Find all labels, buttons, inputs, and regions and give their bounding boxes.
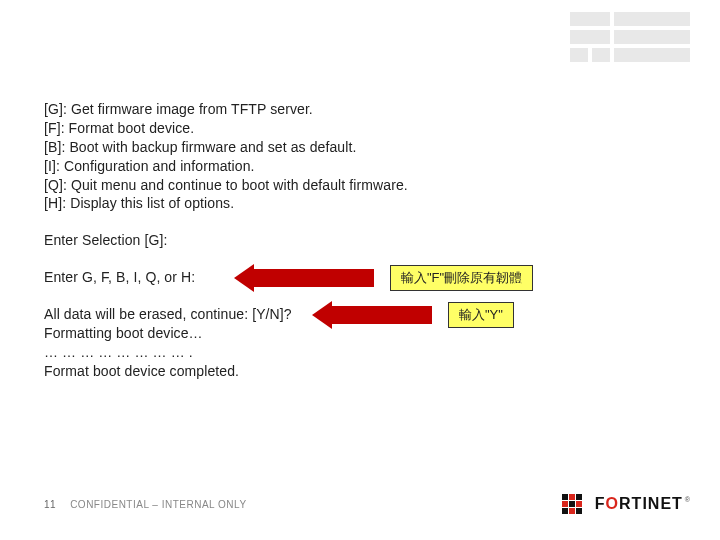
arrow-body <box>254 269 374 287</box>
content-area: [G]: Get firmware image from TFTP server… <box>44 100 676 381</box>
fortinet-logo: FORTINET ® <box>562 494 690 514</box>
callout-label: 輸入"Y" <box>448 302 514 328</box>
page-number: 11 <box>44 499 56 510</box>
menu-item-b: [B]: Boot with backup firmware and set a… <box>44 138 676 157</box>
completed-line: Format boot device completed. <box>44 362 676 381</box>
arrow-body <box>332 306 432 324</box>
prompt-block: Enter Selection [G]: <box>44 231 676 250</box>
callout-label: 輸入"F"刪除原有韌體 <box>390 265 533 291</box>
arrow-left-icon <box>234 264 254 292</box>
enter-selection-prompt: Enter Selection [G]: <box>44 231 676 250</box>
menu-item-g: [G]: Get firmware image from TFTP server… <box>44 100 676 119</box>
menu-item-f: [F]: Format boot device. <box>44 119 676 138</box>
menu-item-h: [H]: Display this list of options. <box>44 194 676 213</box>
arrow-left-icon <box>312 301 332 329</box>
menu-item-i: [I]: Configuration and information. <box>44 157 676 176</box>
footer: 11 CONFIDENTIAL – INTERNAL ONLY FORTINET… <box>44 494 690 514</box>
logo-word: FORTINET <box>595 495 683 513</box>
progress-dots: … … … … … … … … . <box>44 343 676 362</box>
footer-left: 11 CONFIDENTIAL – INTERNAL ONLY <box>44 499 247 510</box>
trademark-icon: ® <box>685 496 690 503</box>
callout-enter-y: 輸入"Y" <box>312 301 514 329</box>
decorative-corner <box>570 12 690 68</box>
callout-enter-f: 輸入"F"刪除原有韌體 <box>234 264 533 292</box>
confidential-label: CONFIDENTIAL – INTERNAL ONLY <box>70 499 246 510</box>
boot-menu: [G]: Get firmware image from TFTP server… <box>44 100 676 213</box>
enter-keys-row: Enter G, F, B, I, Q, or H: 輸入"F"刪除原有韌體 <box>44 268 676 287</box>
output-block: Formatting boot device… … … … … … … … … … <box>44 324 676 381</box>
slide: [G]: Get firmware image from TFTP server… <box>0 0 720 540</box>
menu-item-q: [Q]: Quit menu and continue to boot with… <box>44 176 676 195</box>
logo-mark-icon <box>562 494 589 514</box>
erase-confirm-row: All data will be erased, continue: [Y/N]… <box>44 305 676 324</box>
